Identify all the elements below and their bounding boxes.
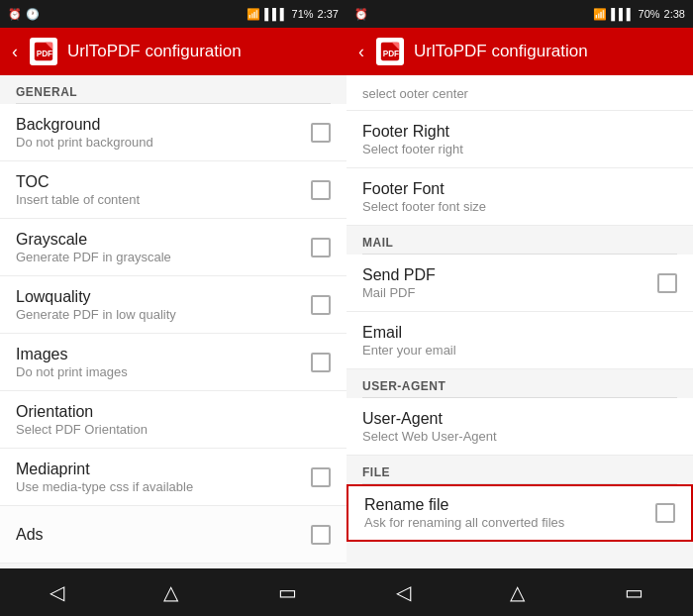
back-arrow-right[interactable]: ‹	[358, 42, 364, 62]
battery-left: 71%	[292, 8, 314, 20]
item-background-text: Background Do not print background	[16, 116, 311, 150]
item-toc[interactable]: TOC Insert table of content	[0, 161, 346, 219]
item-footer-center-text: select ooter center	[362, 85, 677, 101]
item-send-pdf[interactable]: Send PDF Mail PDF	[346, 255, 693, 312]
item-ads[interactable]: Ads	[0, 506, 346, 564]
item-grayscale-text: Grayscale Generate PDF in grayscale	[16, 231, 311, 264]
item-grayscale[interactable]: Grayscale Generate PDF in grayscale	[0, 219, 346, 276]
screen-right: ⏰ 📶 ▌▌▌ 70% 2:38 ‹ PDF UrlToPDF configur…	[346, 0, 693, 616]
nav-recents-left[interactable]: ▭	[262, 572, 313, 612]
item-user-agent-text: User-Agent Select Web User-Agent	[362, 410, 677, 444]
clock-icon: 🕐	[26, 8, 40, 21]
settings-list-right[interactable]: select ooter center Footer Right Select …	[346, 75, 693, 568]
status-bar-right: ⏰ 📶 ▌▌▌ 70% 2:38	[346, 0, 693, 28]
app-icon-right: PDF	[376, 38, 404, 65]
pdf-icon-left: PDF	[33, 41, 54, 62]
item-grayscale-subtitle: Generate PDF in grayscale	[16, 250, 311, 264]
back-arrow-left[interactable]: ‹	[12, 42, 18, 62]
item-lowquality-title: Lowquality	[16, 288, 311, 306]
section-general: GENERAL	[0, 75, 346, 103]
section-mail: MAIL	[346, 226, 693, 254]
item-mediaprint-text: Mediaprint Use media-type css if availab…	[16, 461, 311, 494]
item-footer-font-subtitle: Select footer font size	[362, 199, 677, 214]
item-user-agent-subtitle: Select Web User-Agent	[362, 429, 677, 444]
item-rename-file-text: Rename file Ask for renaming all convert…	[364, 496, 655, 530]
app-header-left: ‹ PDF UrlToPDF configuration	[0, 28, 346, 75]
item-background[interactable]: Background Do not print background	[0, 104, 346, 161]
settings-list-left[interactable]: GENERAL Background Do not print backgrou…	[0, 75, 346, 568]
item-footer-center-subtitle: select ooter center	[362, 86, 677, 101]
item-lowquality-subtitle: Generate PDF in low quality	[16, 307, 311, 322]
checkbox-grayscale[interactable]	[311, 238, 331, 257]
checkbox-send-pdf[interactable]	[657, 273, 677, 293]
item-lowquality-text: Lowquality Generate PDF in low quality	[16, 288, 311, 322]
status-right-icons-right: 📶 ▌▌▌ 70% 2:38	[593, 8, 685, 21]
item-orientation[interactable]: Orientation Select PDF Orientation	[0, 391, 346, 449]
item-toc-subtitle: Insert table of content	[16, 192, 311, 207]
item-mediaprint[interactable]: Mediaprint Use media-type css if availab…	[0, 449, 346, 506]
item-send-pdf-subtitle: Mail PDF	[362, 285, 657, 300]
item-rename-file-title: Rename file	[364, 496, 655, 514]
item-orientation-text: Orientation Select PDF Orientation	[16, 403, 311, 437]
item-images-title: Images	[16, 346, 311, 363]
svg-text:PDF: PDF	[37, 50, 52, 58]
checkbox-rename-file[interactable]	[655, 503, 675, 523]
item-footer-right-subtitle: Select footer right	[362, 142, 677, 156]
item-footer-right[interactable]: Footer Right Select footer right	[346, 111, 693, 168]
item-images-subtitle: Do not print images	[16, 364, 311, 379]
signal-icon-right: ▌▌▌	[611, 8, 634, 20]
checkbox-ads[interactable]	[311, 525, 331, 545]
nav-bar-left: ◁ △ ▭	[0, 568, 346, 616]
item-footer-font-text: Footer Font Select footer font size	[362, 180, 677, 214]
item-send-pdf-text: Send PDF Mail PDF	[362, 266, 657, 300]
checkbox-toc[interactable]	[311, 180, 331, 200]
nav-recents-right[interactable]: ▭	[609, 572, 659, 612]
item-orientation-title: Orientation	[16, 403, 311, 421]
app-title-left: UrlToPDF configuration	[67, 42, 242, 61]
checkbox-background[interactable]	[311, 123, 331, 143]
checkbox-images[interactable]	[311, 353, 331, 372]
item-footer-font[interactable]: Footer Font Select footer font size	[346, 168, 693, 226]
item-images[interactable]: Images Do not print images	[0, 334, 346, 391]
status-left-icons: ⏰ 🕐	[8, 8, 40, 21]
item-send-pdf-title: Send PDF	[362, 266, 657, 284]
item-mediaprint-subtitle: Use media-type css if available	[16, 479, 311, 494]
item-email-text: Email Enter your email	[362, 324, 677, 358]
app-title-right: UrlToPDF configuration	[414, 42, 588, 61]
nav-back-left[interactable]: ◁	[34, 572, 80, 612]
status-left-icons-right: ⏰	[354, 8, 368, 21]
item-email-subtitle: Enter your email	[362, 343, 677, 358]
item-footer-right-text: Footer Right Select footer right	[362, 123, 677, 156]
item-footer-right-title: Footer Right	[362, 123, 677, 141]
item-rename-file[interactable]: Rename file Ask for renaming all convert…	[346, 484, 693, 542]
item-footer-center-partial[interactable]: select ooter center	[346, 75, 693, 111]
item-email-title: Email	[362, 324, 677, 342]
checkbox-lowquality[interactable]	[311, 295, 331, 315]
item-background-subtitle: Do not print background	[16, 135, 311, 150]
item-images-text: Images Do not print images	[16, 346, 311, 379]
nav-bar-right: ◁ △ ▭	[346, 568, 693, 616]
nav-back-right[interactable]: ◁	[380, 572, 427, 612]
item-lowquality[interactable]: Lowquality Generate PDF in low quality	[0, 276, 346, 334]
alarm-icon: ⏰	[8, 8, 22, 21]
item-orientation-subtitle: Select PDF Orientation	[16, 422, 311, 437]
item-user-agent[interactable]: User-Agent Select Web User-Agent	[346, 398, 693, 456]
time-right: 2:38	[664, 8, 685, 20]
pdf-icon-right: PDF	[379, 41, 401, 62]
item-toc-title: TOC	[16, 173, 311, 191]
item-rename-file-subtitle: Ask for renaming all converted files	[364, 515, 655, 530]
status-bar-left: ⏰ 🕐 📶 ▌▌▌ 71% 2:37	[0, 0, 346, 28]
item-ads-text: Ads	[16, 526, 311, 544]
app-header-right: ‹ PDF UrlToPDF configuration	[346, 28, 693, 75]
wifi-icon-right: 📶	[593, 8, 607, 21]
signal-icon: ▌▌▌	[264, 8, 287, 20]
item-footer-font-title: Footer Font	[362, 180, 677, 198]
nav-home-right[interactable]: △	[494, 572, 541, 612]
screen-left: ⏰ 🕐 📶 ▌▌▌ 71% 2:37 ‹ PDF UrlToPDF config…	[0, 0, 346, 616]
item-background-title: Background	[16, 116, 311, 134]
item-email[interactable]: Email Enter your email	[346, 312, 693, 369]
checkbox-mediaprint[interactable]	[311, 467, 331, 487]
nav-home-left[interactable]: △	[148, 572, 194, 612]
status-right-icons: 📶 ▌▌▌ 71% 2:37	[247, 8, 339, 21]
item-grayscale-title: Grayscale	[16, 231, 311, 249]
